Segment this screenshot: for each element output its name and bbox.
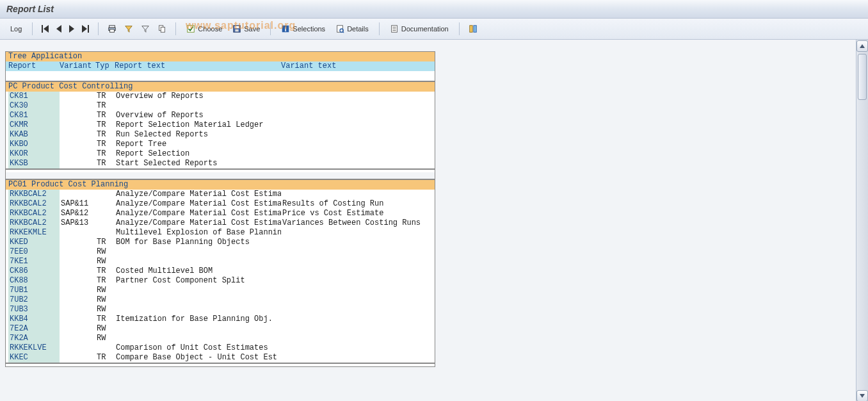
cell-variant-text (282, 228, 432, 238)
filter2-button[interactable] (138, 22, 152, 36)
selections-label: Selections (293, 25, 325, 33)
cell-variant-text (282, 130, 432, 140)
nav-first-button[interactable] (39, 22, 51, 36)
cell-variant-text (282, 315, 432, 324)
svg-text:i: i (285, 26, 287, 33)
cell-typ: RW (97, 334, 115, 343)
cell-typ (97, 190, 115, 199)
cell-typ: RW (97, 324, 115, 334)
table-row[interactable]: 7KE1RW (6, 257, 435, 266)
cell-report: CKMR (8, 120, 60, 130)
col-variant: Variant (60, 61, 95, 71)
table-row[interactable]: RKKBCAL2SAP&11Analyze/Compare Material C… (6, 199, 435, 209)
table-row[interactable]: KKEDTRBOM for Base Planning Objects (6, 238, 435, 247)
choose-label: Choose (198, 25, 222, 33)
table-row[interactable]: KKSBTRStart Selected Reports (6, 159, 435, 168)
filter-button[interactable] (122, 22, 136, 36)
cell-typ: TR (97, 101, 115, 111)
cell-report-text (116, 295, 281, 305)
table-row[interactable]: 7EE0RW (6, 247, 435, 257)
table-row[interactable]: KKB4TRItemization for Base Planning Obj. (6, 315, 435, 324)
layout-button[interactable] (466, 22, 480, 36)
nav-next-button[interactable] (67, 22, 77, 36)
save-button[interactable]: Save (229, 22, 264, 36)
cell-report: RKKEKLVE (8, 343, 60, 353)
separator (379, 22, 380, 35)
cell-report-text: Costed Multilevel BOM (116, 266, 281, 276)
table-row[interactable]: RKKEKLVEComparison of Unit Cost Estimate… (6, 343, 435, 353)
cell-report: CK30 (8, 101, 60, 111)
choose-button[interactable]: Choose (182, 22, 226, 36)
cell-typ: RW (97, 286, 115, 295)
scroll-thumb[interactable] (858, 54, 867, 100)
report-panel: Tree Application Report Variant Typ Repo… (5, 51, 435, 367)
cell-report: CK81 (8, 92, 60, 101)
table-row[interactable]: CK88TRPartner Cost Component Split (6, 276, 435, 286)
log-button[interactable]: Log (6, 22, 26, 36)
scroll-track[interactable] (856, 53, 868, 389)
save-label: Save (244, 25, 260, 33)
table-row[interactable]: RKKEKMLEMultilevel Explosion of Base Pla… (6, 228, 435, 238)
table-row[interactable]: KKORTRReport Selection (6, 149, 435, 159)
cell-typ: TR (97, 130, 115, 140)
cell-report-text: Overview of Reports (116, 92, 281, 101)
svg-line-13 (343, 31, 344, 33)
group-divider (6, 363, 435, 366)
cell-report: KKAB (8, 130, 60, 140)
cell-report-text (116, 324, 281, 334)
table-row[interactable]: 7K2ARW (6, 334, 435, 343)
table-row[interactable]: CK81TROverview of Reports (6, 92, 435, 101)
vertical-scrollbar[interactable] (856, 40, 868, 401)
table-row[interactable]: 7UB3RW (6, 305, 435, 315)
cell-typ: RW (97, 295, 115, 305)
cell-report: KKOR (8, 149, 60, 159)
table-row[interactable]: CK86TRCosted Multilevel BOM (6, 266, 435, 276)
cell-variant-text (282, 101, 432, 111)
nav-prev-button[interactable] (54, 22, 64, 36)
table-row[interactable]: RKKBCAL2SAP&12Analyze/Compare Material C… (6, 209, 435, 218)
table-row[interactable]: KKBOTRReport Tree (6, 140, 435, 149)
cell-variant (61, 238, 95, 247)
column-header-row: Report Variant Typ Report text Variant t… (6, 61, 435, 71)
table-row[interactable]: RKKBCAL2Analyze/Compare Material Cost Es… (6, 190, 435, 199)
table-row[interactable]: 7UB2RW (6, 295, 435, 305)
svg-rect-2 (110, 29, 115, 32)
cell-report: KKEC (8, 353, 60, 363)
details-button[interactable]: Details (332, 22, 373, 36)
cell-variant-text (282, 238, 432, 247)
documentation-button[interactable]: Documentation (386, 22, 453, 36)
cell-report: 7UB3 (8, 305, 60, 315)
cell-report-text (116, 257, 281, 266)
cell-variant-text (282, 276, 432, 286)
selections-button[interactable]: i Selections (277, 22, 329, 36)
documentation-label: Documentation (401, 25, 449, 33)
cell-variant-text: Price vs Cost Estimate (282, 209, 432, 218)
cell-typ (97, 209, 115, 218)
table-row[interactable]: CK30TR (6, 101, 435, 111)
svg-rect-18 (470, 26, 472, 33)
table-row[interactable]: KKECTRCompare Base Object - Unit Cost Es… (6, 353, 435, 363)
scroll-up-button[interactable] (856, 40, 868, 52)
table-row[interactable]: CKMRTRReport Selection Material Ledger (6, 120, 435, 130)
filter-icon (124, 24, 133, 33)
group-header: PC Product Cost Controlling (6, 81, 435, 92)
choose-icon (186, 24, 195, 33)
print-button[interactable] (105, 22, 119, 36)
chevron-up-icon (860, 44, 865, 48)
table-row[interactable]: 7E2ARW (6, 324, 435, 334)
cell-report-text: Multilevel Explosion of Base Planning Ob (116, 228, 281, 238)
cell-typ: RW (97, 247, 115, 257)
cell-report: KKBO (8, 140, 60, 149)
cell-report: RKKBCAL2 (8, 218, 60, 228)
copy-button[interactable] (155, 22, 169, 36)
cell-variant (61, 315, 95, 324)
cell-report-text: Report Tree (116, 140, 281, 149)
cell-typ (97, 343, 115, 353)
table-row[interactable]: RKKBCAL2SAP&13Analyze/Compare Material C… (6, 218, 435, 228)
table-row[interactable]: CK81TROverview of Reports (6, 111, 435, 120)
cell-typ (97, 218, 115, 228)
scroll-down-button[interactable] (856, 390, 868, 401)
table-row[interactable]: KKABTRRun Selected Reports (6, 130, 435, 140)
table-row[interactable]: 7UB1RW (6, 286, 435, 295)
nav-last-button[interactable] (79, 22, 92, 36)
